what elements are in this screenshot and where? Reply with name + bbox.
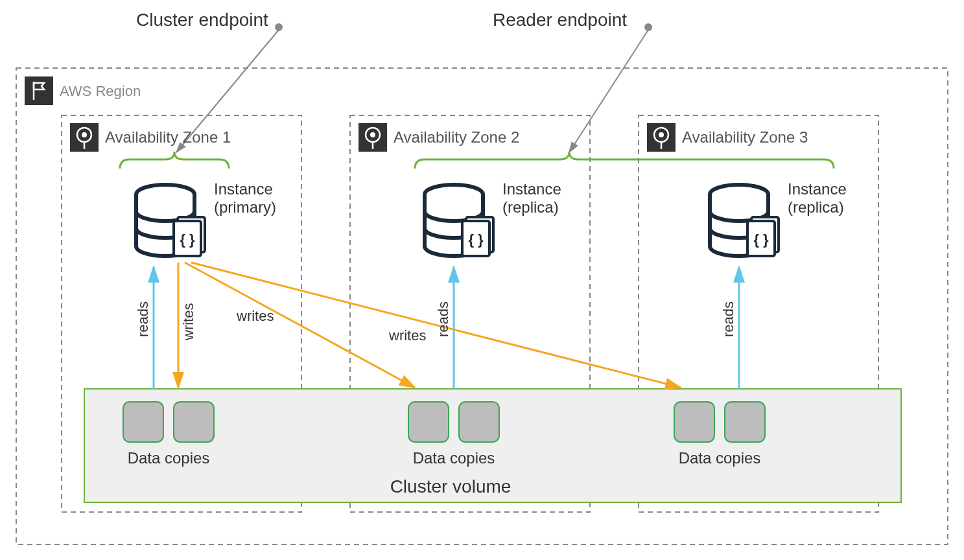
- svg-rect-14: [459, 402, 499, 442]
- cluster-endpoint-label: Cluster endpoint: [136, 10, 268, 30]
- db-replica1-icon: [425, 185, 493, 256]
- reads-text-1: reads: [135, 301, 151, 337]
- az1-label: Availability Zone 1: [105, 128, 231, 146]
- writes-arrow-2: [185, 262, 415, 388]
- az1-pin-icon: [70, 123, 99, 152]
- reader-endpoint-arrow: [569, 30, 648, 152]
- instance-label-1b: (primary): [214, 198, 276, 216]
- az2-label: Availability Zone 2: [394, 128, 519, 146]
- instance-label-2b: (replica): [502, 198, 559, 216]
- svg-rect-13: [408, 402, 449, 442]
- instance-label-2a: Instance: [502, 180, 561, 198]
- reader-endpoint-brace: [415, 152, 834, 169]
- az3-label: Availability Zone 3: [682, 128, 808, 146]
- aws-region-label: AWS Region: [60, 83, 141, 99]
- data-copies-label-3: Data copies: [679, 449, 761, 467]
- diagram: { } Cluster endpoint Reader endpoint AWS…: [0, 0, 964, 560]
- az2-pin-icon: [359, 123, 387, 152]
- writes-text-1: writes: [180, 303, 196, 341]
- svg-rect-16: [725, 402, 765, 442]
- reader-endpoint-label: Reader endpoint: [493, 10, 627, 30]
- svg-rect-11: [123, 402, 163, 442]
- data-copies-label-2: Data copies: [413, 449, 495, 467]
- az3-pin-icon: [647, 123, 676, 152]
- region-flag-icon: [25, 76, 53, 105]
- reads-text-2: reads: [435, 301, 451, 337]
- instance-label-3a: Instance: [788, 180, 847, 198]
- writes-text-3: writes: [388, 327, 426, 344]
- db-primary-icon: [136, 185, 205, 256]
- cluster-endpoint-brace: [120, 152, 229, 169]
- writes-text-2: writes: [236, 308, 274, 324]
- cluster-volume-label: Cluster volume: [390, 476, 511, 496]
- reads-text-3: reads: [720, 301, 736, 337]
- instance-label-3b: (replica): [788, 198, 844, 216]
- instance-label-1a: Instance: [214, 180, 273, 198]
- data-copies-label-1: Data copies: [128, 449, 210, 467]
- svg-rect-15: [674, 402, 714, 442]
- svg-rect-12: [174, 402, 214, 442]
- db-replica2-icon: [710, 185, 779, 256]
